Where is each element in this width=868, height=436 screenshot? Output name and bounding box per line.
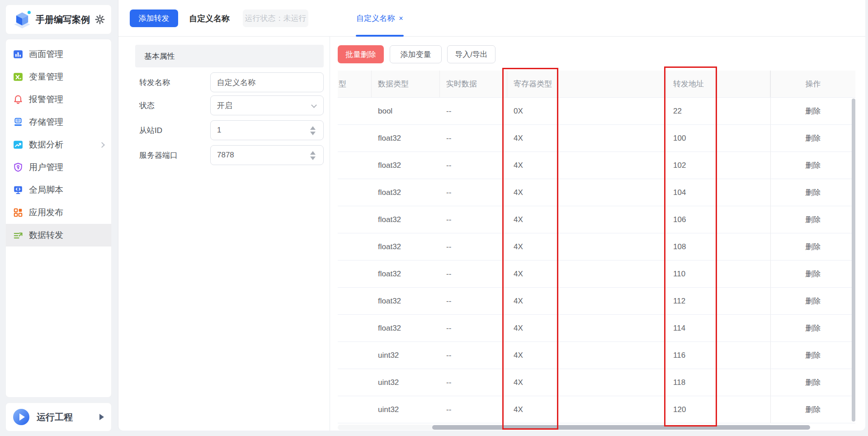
sidebar-item-storage[interactable]: 存储管理 xyxy=(6,111,111,133)
cell-empty xyxy=(717,125,770,152)
cell-empty xyxy=(558,396,667,423)
vertical-scrollbar-thumb[interactable] xyxy=(852,99,855,422)
cell-forward_address: 120 xyxy=(667,396,717,423)
cell-forward_address: 118 xyxy=(667,369,717,396)
sidebar-item-alarm[interactable]: 报警管理 xyxy=(6,88,111,111)
logo-card: 手册编写案例 xyxy=(5,5,112,34)
delete-link[interactable]: 删除 xyxy=(770,369,855,396)
slave-id-input[interactable]: 1 xyxy=(210,120,324,140)
cell-empty xyxy=(558,261,667,287)
number-stepper[interactable] xyxy=(307,146,319,166)
sidebar-item-script[interactable]: 全局脚本 xyxy=(6,179,111,201)
delete-link[interactable]: 删除 xyxy=(770,396,855,423)
column-header-col0: 型 xyxy=(338,71,372,97)
add-forward-button[interactable]: 添加转发 xyxy=(130,9,178,27)
tab-close-icon[interactable]: × xyxy=(399,15,403,22)
cell-data_type: float32 xyxy=(372,179,440,206)
cell-realtime_data: -- xyxy=(440,233,507,260)
sidebar-item-screen[interactable]: 画面管理 xyxy=(6,43,111,66)
import-export-button[interactable]: 导入/导出 xyxy=(447,45,495,63)
form-row-slave-id: 从站ID1 xyxy=(139,120,324,140)
table-row: uint32--4X118删除 xyxy=(338,369,855,396)
tab-custom-name[interactable]: 自定义名称 × xyxy=(352,0,408,37)
form-row-status: 状态开启 xyxy=(139,95,324,115)
field-label: 状态 xyxy=(139,100,210,111)
cell-forward_address: 100 xyxy=(667,125,717,152)
sidebar-item-publish[interactable]: 应用发布 xyxy=(6,201,111,224)
table-row: float32--4X112删除 xyxy=(338,288,855,315)
table-row: float32--4X100删除 xyxy=(338,125,855,152)
column-header-col6 xyxy=(717,71,770,97)
app-root: 手册编写案例 画面管理变量管理报警管理存储管理数据分析用户管理全局脚本应用发布数… xyxy=(0,0,868,436)
table-row: bool--0X22删除 xyxy=(338,98,855,125)
expand-right-icon[interactable] xyxy=(99,414,104,420)
cell-register_type: 4X xyxy=(507,233,558,260)
cell-register_type: 4X xyxy=(507,261,558,287)
delete-link[interactable]: 删除 xyxy=(770,179,855,206)
step-down-icon[interactable] xyxy=(310,132,316,135)
sidebar-item-user[interactable]: 用户管理 xyxy=(6,156,111,179)
cell-empty xyxy=(717,98,770,124)
field-label: 服务器端口 xyxy=(139,150,210,161)
cell-empty xyxy=(558,288,667,314)
delete-link[interactable]: 删除 xyxy=(770,288,855,314)
forward-table-panel: 批量删除 添加变量 导入/导出 型数据类型实时数据寄存器类型转发地址操作 boo… xyxy=(330,37,866,431)
variable-table: 型数据类型实时数据寄存器类型转发地址操作 bool--0X22删除float32… xyxy=(338,71,855,431)
cell-register_type: 4X xyxy=(507,315,558,341)
horizontal-scrollbar-thumb[interactable] xyxy=(432,425,810,430)
cell-empty xyxy=(558,179,667,206)
sidebar-item-analysis[interactable]: 数据分析 xyxy=(6,133,111,156)
add-variable-button[interactable]: 添加变量 xyxy=(390,45,442,63)
table-row: uint32--4X116删除 xyxy=(338,342,855,369)
table-row: float32--4X110删除 xyxy=(338,261,855,288)
sidebar-item-variable[interactable]: 变量管理 xyxy=(6,66,111,88)
sidebar-item-label: 全局脚本 xyxy=(29,184,63,196)
cell-register_type: 4X xyxy=(507,125,558,152)
sidebar-item-label: 用户管理 xyxy=(29,161,63,173)
cell-empty xyxy=(558,152,667,179)
server-port-input[interactable]: 7878 xyxy=(210,145,324,165)
sidebar-item-label: 数据转发 xyxy=(29,229,63,241)
cell-empty xyxy=(717,342,770,369)
cell-empty xyxy=(717,369,770,396)
delete-link[interactable]: 删除 xyxy=(770,98,855,124)
delete-link[interactable]: 删除 xyxy=(770,315,855,341)
sidebar-item-forward[interactable]: 数据转发 xyxy=(6,224,111,246)
main-area: 添加转发 自定义名称 运行状态：未运行 自定义名称 × 基本属性 转发名称自定义… xyxy=(118,0,865,431)
gear-icon[interactable] xyxy=(95,14,105,24)
field-value: 1 xyxy=(217,126,221,135)
sidebar-item-label: 报警管理 xyxy=(29,94,63,105)
sidebar-item-label: 画面管理 xyxy=(29,48,63,60)
step-down-icon[interactable] xyxy=(310,156,316,160)
user-icon xyxy=(13,162,23,172)
form-row-server-port: 服务器端口7878 xyxy=(139,145,324,165)
forward-name-input[interactable]: 自定义名称 xyxy=(210,72,324,92)
table-row: uint32--4X120删除 xyxy=(338,396,855,423)
status-select[interactable]: 开启 xyxy=(210,95,324,115)
delete-link[interactable]: 删除 xyxy=(770,233,855,260)
delete-link[interactable]: 删除 xyxy=(770,261,855,287)
batch-delete-button[interactable]: 批量删除 xyxy=(338,45,384,63)
delete-link[interactable]: 删除 xyxy=(770,206,855,233)
sidebar-item-label: 存储管理 xyxy=(29,116,63,128)
delete-link[interactable]: 删除 xyxy=(770,342,855,369)
cell-register_type: 4X xyxy=(507,206,558,233)
cell-forward_address: 102 xyxy=(667,152,717,179)
cell-register_type: 4X xyxy=(507,396,558,423)
column-header-label: 寄存器类型 xyxy=(514,79,552,89)
number-stepper[interactable] xyxy=(307,121,319,141)
step-up-icon[interactable] xyxy=(310,126,316,130)
step-up-icon[interactable] xyxy=(310,151,316,155)
chevron-down-icon xyxy=(311,102,317,108)
section-title: 基本属性 xyxy=(135,45,324,67)
basic-properties-panel: 基本属性 转发名称自定义名称状态开启从站ID1服务器端口7878 xyxy=(118,37,330,431)
delete-link[interactable]: 删除 xyxy=(770,152,855,179)
cell-empty xyxy=(338,342,372,369)
cell-empty xyxy=(558,206,667,233)
run-project-button[interactable]: 运行工程 xyxy=(5,403,112,431)
cell-data_type: bool xyxy=(372,98,440,124)
cell-forward_address: 114 xyxy=(667,315,717,341)
run-status-badge: 运行状态：未运行 xyxy=(243,9,308,27)
cell-empty xyxy=(338,261,372,287)
delete-link[interactable]: 删除 xyxy=(770,125,855,152)
